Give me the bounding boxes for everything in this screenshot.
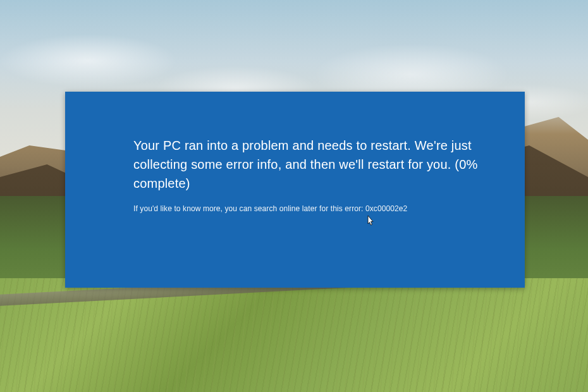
bsod-main-message: Your PC ran into a problem and needs to … <box>133 136 496 193</box>
bsod-error-panel: Your PC ran into a problem and needs to … <box>65 92 525 288</box>
bsod-error-code-message: If you'd like to know more, you can sear… <box>133 204 496 213</box>
